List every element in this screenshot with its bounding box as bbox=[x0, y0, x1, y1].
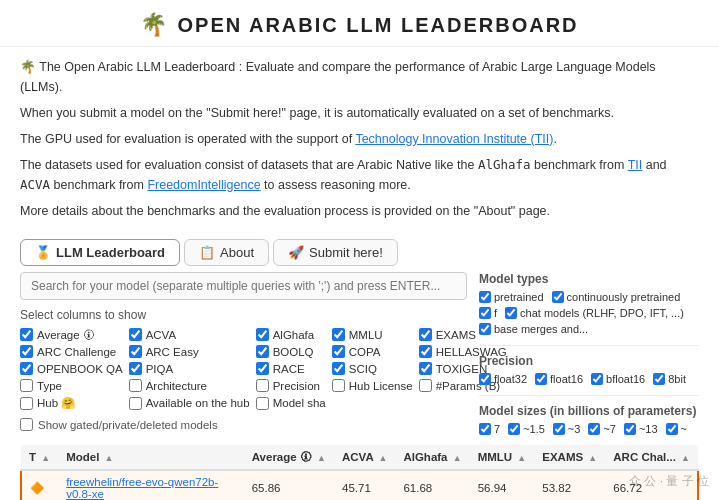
filter-size-13[interactable]: ~13 bbox=[624, 423, 658, 435]
checkbox-avg[interactable]: Average 🛈 bbox=[20, 328, 123, 341]
tab-submit[interactable]: 🚀 Submit here! bbox=[273, 239, 398, 266]
checkbox-hub[interactable]: Hub 🤗 bbox=[20, 396, 123, 410]
checkbox-alghafa[interactable]: AlGhafa bbox=[256, 328, 326, 341]
checkbox-available[interactable]: Available on the hub bbox=[129, 396, 250, 410]
about-icon: 📋 bbox=[199, 245, 215, 260]
columns-label: Select columns to show bbox=[20, 308, 467, 322]
filter-size-other[interactable]: ~ bbox=[666, 423, 687, 435]
tab-leaderboard[interactable]: 🏅 LLM Leaderboard bbox=[20, 239, 180, 266]
precision-title: Precision bbox=[479, 354, 699, 368]
col-arc-challenge[interactable]: ARC Chal... ▲ bbox=[605, 445, 698, 470]
show-gated-checkbox[interactable]: Show gated/private/deleted models bbox=[20, 418, 467, 431]
checkbox-model-sha[interactable]: Model sha bbox=[256, 396, 326, 410]
checkbox-copa[interactable]: COPA bbox=[332, 345, 413, 358]
model-types-checks: pretrained continuously pretrained f cha… bbox=[479, 291, 699, 335]
cell-arc-challenge: 66.72 bbox=[605, 470, 698, 500]
title-text: OPEN ARABIC LLM LEADERBOARD bbox=[177, 14, 578, 37]
page-header: 🌴 OPEN ARABIC LLM LEADERBOARD bbox=[0, 0, 719, 47]
cell-type: 🔶 bbox=[21, 470, 58, 500]
checkbox-arc-easy[interactable]: ARC Easy bbox=[129, 345, 250, 358]
tii-link2[interactable]: TII bbox=[628, 158, 643, 172]
filter-base-merges[interactable]: base merges and... bbox=[479, 323, 588, 335]
left-panel: Select columns to show Average 🛈 ACVA Al… bbox=[20, 272, 467, 445]
show-gated-label: Show gated/private/deleted models bbox=[38, 419, 218, 431]
filter-8bit[interactable]: 8bit bbox=[653, 373, 686, 385]
description-section: 🌴 The Open Arabic LLM Leaderboard : Eval… bbox=[0, 47, 719, 231]
checkbox-architecture[interactable]: Architecture bbox=[129, 379, 250, 392]
table-header-row: T ▲ Model ▲ Average 🛈 ▲ ACVA ▲ AlGhafa ▲… bbox=[21, 445, 698, 470]
search-input[interactable] bbox=[20, 272, 467, 300]
col-acva[interactable]: ACVA ▲ bbox=[334, 445, 395, 470]
divider2 bbox=[479, 395, 699, 396]
checkbox-type[interactable]: Type bbox=[20, 379, 123, 392]
checkbox-boolq[interactable]: BOOLQ bbox=[256, 345, 326, 358]
cell-acva: 45.71 bbox=[334, 470, 395, 500]
cell-mmlu: 56.94 bbox=[470, 470, 535, 500]
palm-icon: 🌴 bbox=[140, 12, 169, 38]
model-link[interactable]: freewhelin/free-evo-qwen72b-v0.8-xe bbox=[66, 476, 218, 500]
col-type[interactable]: T ▲ bbox=[21, 445, 58, 470]
checkbox-acva[interactable]: ACVA bbox=[129, 328, 250, 341]
precision-section: Precision float32 float16 bfloat16 8bit bbox=[479, 354, 699, 385]
checkbox-hub-license[interactable]: Hub License bbox=[332, 379, 413, 392]
precision-checks: float32 float16 bfloat16 8bit bbox=[479, 373, 699, 385]
col-alghafa[interactable]: AlGhafa ▲ bbox=[395, 445, 469, 470]
desc-line3: The GPU used for evaluation is operated … bbox=[20, 129, 699, 149]
desc-line1: 🌴 The Open Arabic LLM Leaderboard : Eval… bbox=[20, 57, 699, 97]
checkbox-race[interactable]: RACE bbox=[256, 362, 326, 375]
filter-size-3[interactable]: ~3 bbox=[553, 423, 581, 435]
cell-average: 65.86 bbox=[244, 470, 334, 500]
divider1 bbox=[479, 345, 699, 346]
tab-submit-label: Submit here! bbox=[309, 245, 383, 260]
desc-line4: The datasets used for evaluation consist… bbox=[20, 155, 699, 195]
table-body: 🔶 freewhelin/free-evo-qwen72b-v0.8-xe 65… bbox=[21, 470, 698, 500]
cell-alghafa: 61.68 bbox=[395, 470, 469, 500]
filter-float16[interactable]: float16 bbox=[535, 373, 583, 385]
model-sizes-checks: 7 ~1.5 ~3 ~7 ~13 ~ bbox=[479, 423, 699, 435]
desc-line2: When you submit a model on the "Submit h… bbox=[20, 103, 699, 123]
tab-bar: 🏅 LLM Leaderboard 📋 About 🚀 Submit here! bbox=[0, 231, 719, 272]
tii-link[interactable]: Technology Innovation Institute (TII) bbox=[355, 132, 553, 146]
model-types-title: Model types bbox=[479, 272, 699, 286]
checkbox-mmlu[interactable]: MMLU bbox=[332, 328, 413, 341]
filter-bfloat16[interactable]: bfloat16 bbox=[591, 373, 645, 385]
leaderboard-table: T ▲ Model ▲ Average 🛈 ▲ ACVA ▲ AlGhafa ▲… bbox=[20, 445, 699, 500]
checkbox-piqa[interactable]: PIQA bbox=[129, 362, 250, 375]
filter-f[interactable]: f bbox=[479, 307, 497, 319]
type-icon: 🔶 bbox=[30, 482, 44, 494]
checkbox-arc-challenge[interactable]: ARC Challenge bbox=[20, 345, 123, 358]
tab-about[interactable]: 📋 About bbox=[184, 239, 269, 266]
cell-exams: 53.82 bbox=[534, 470, 605, 500]
right-panel: Model types pretrained continuously pret… bbox=[479, 272, 699, 445]
table-section: T ▲ Model ▲ Average 🛈 ▲ ACVA ▲ AlGhafa ▲… bbox=[0, 445, 719, 500]
leaderboard-icon: 🏅 bbox=[35, 245, 51, 260]
model-types-section: Model types pretrained continuously pret… bbox=[479, 272, 699, 335]
filter-float32[interactable]: float32 bbox=[479, 373, 527, 385]
col-average[interactable]: Average 🛈 ▲ bbox=[244, 445, 334, 470]
filter-chat-models[interactable]: chat models (RLHF, DPO, IFT, ...) bbox=[505, 307, 684, 319]
checkbox-sciq[interactable]: SCIQ bbox=[332, 362, 413, 375]
checkbox-openbook-qa[interactable]: OPENBOOK QA bbox=[20, 362, 123, 375]
desc-line5: More details about the benchmarks and th… bbox=[20, 201, 699, 221]
filter-pretrained[interactable]: pretrained bbox=[479, 291, 544, 303]
filter-continuously-pretrained[interactable]: continuously pretrained bbox=[552, 291, 681, 303]
model-sizes-section: Model sizes (in billions of parameters) … bbox=[479, 404, 699, 435]
tab-about-label: About bbox=[220, 245, 254, 260]
table-row: 🔶 freewhelin/free-evo-qwen72b-v0.8-xe 65… bbox=[21, 470, 698, 500]
page-title: 🌴 OPEN ARABIC LLM LEADERBOARD bbox=[140, 12, 578, 38]
freedom-link[interactable]: FreedomIntelligence bbox=[147, 178, 260, 192]
checkboxes-grid: Average 🛈 ACVA AlGhafa MMLU EXAMS ARC Ch… bbox=[20, 328, 467, 410]
col-exams[interactable]: EXAMS ▲ bbox=[534, 445, 605, 470]
checkbox-precision[interactable]: Precision bbox=[256, 379, 326, 392]
col-mmlu[interactable]: MMLU ▲ bbox=[470, 445, 535, 470]
tab-leaderboard-label: LLM Leaderboard bbox=[56, 245, 165, 260]
filter-size-7b[interactable]: ~7 bbox=[588, 423, 616, 435]
main-content: Select columns to show Average 🛈 ACVA Al… bbox=[0, 272, 719, 445]
col-model[interactable]: Model ▲ bbox=[58, 445, 244, 470]
filter-size-1-5[interactable]: ~1.5 bbox=[508, 423, 545, 435]
cell-model: freewhelin/free-evo-qwen72b-v0.8-xe bbox=[58, 470, 244, 500]
filter-size-7[interactable]: 7 bbox=[479, 423, 500, 435]
model-sizes-title: Model sizes (in billions of parameters) bbox=[479, 404, 699, 418]
submit-icon: 🚀 bbox=[288, 245, 304, 260]
